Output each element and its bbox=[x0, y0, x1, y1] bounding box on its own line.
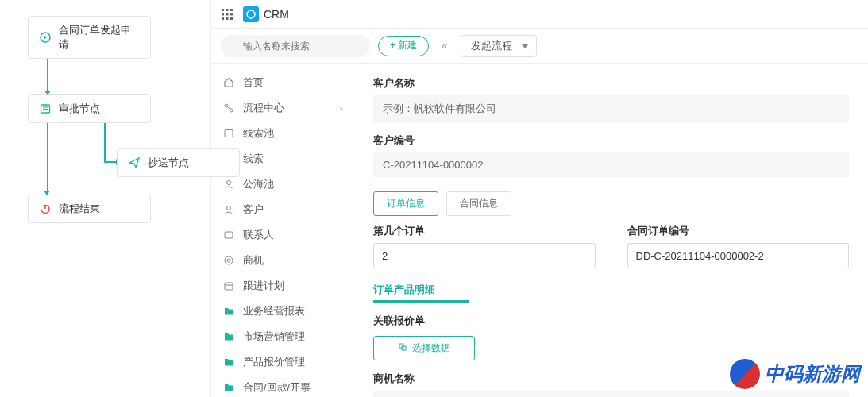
flow-node-cc[interactable]: 抄送节点 bbox=[117, 148, 240, 177]
chevron-right-icon: › bbox=[340, 102, 343, 114]
order-code-input[interactable] bbox=[627, 243, 850, 268]
tab-contract-info[interactable]: 合同信息 bbox=[446, 191, 511, 216]
select-data-button[interactable]: 选择数据 bbox=[373, 336, 475, 360]
nav-flow-center[interactable]: 流程中心› bbox=[211, 95, 354, 121]
tabs: 订单信息 合同信息 bbox=[373, 191, 849, 216]
folder-icon bbox=[222, 330, 235, 343]
flow-node-end[interactable]: 流程结束 bbox=[28, 195, 151, 223]
svg-rect-12 bbox=[222, 17, 224, 20]
new-button[interactable]: + 新建 bbox=[378, 36, 429, 56]
play-icon bbox=[38, 30, 52, 44]
link-icon bbox=[398, 342, 407, 354]
svg-rect-21 bbox=[225, 130, 233, 137]
flow-node-label: 流程结束 bbox=[59, 202, 100, 216]
nav-customer[interactable]: 客户 bbox=[211, 197, 354, 222]
svg-line-20 bbox=[228, 107, 230, 110]
user-icon bbox=[222, 203, 235, 216]
folder-icon bbox=[222, 356, 235, 368]
svg-point-27 bbox=[225, 256, 233, 264]
order-seq-label: 第几个订单 bbox=[373, 224, 596, 238]
send-icon bbox=[127, 156, 141, 170]
nav-biz-report[interactable]: 业务经营报表 bbox=[211, 299, 354, 324]
users-icon bbox=[222, 178, 235, 191]
opp-name-label: 商机名称 bbox=[373, 372, 849, 386]
header: CRM bbox=[211, 0, 868, 29]
target-icon bbox=[222, 254, 235, 267]
nav-marketing[interactable]: 市场营销管理 bbox=[211, 324, 354, 349]
flow-node-label: 审批节点 bbox=[59, 102, 100, 116]
svg-rect-7 bbox=[226, 9, 229, 11]
nav-contact[interactable]: 联系人 bbox=[211, 222, 354, 248]
flow-dropdown-label: 发起流程 bbox=[471, 39, 512, 53]
customer-name-label: 客户名称 bbox=[373, 76, 849, 91]
crm-logo-icon bbox=[243, 6, 259, 22]
workflow-panel: 合同订单发起申请 审批节点 抄送节点 流程结束 bbox=[0, 0, 210, 397]
svg-rect-26 bbox=[225, 232, 233, 238]
svg-point-18 bbox=[225, 104, 228, 107]
flow-dropdown[interactable]: 发起流程 bbox=[461, 35, 537, 57]
svg-rect-11 bbox=[230, 13, 233, 15]
svg-rect-13 bbox=[226, 17, 229, 20]
card-icon bbox=[222, 229, 235, 241]
svg-rect-10 bbox=[226, 13, 229, 15]
svg-point-19 bbox=[230, 109, 233, 112]
flow-node-approve[interactable]: 审批节点 bbox=[28, 94, 151, 123]
svg-point-24 bbox=[227, 181, 231, 185]
folder-icon bbox=[222, 305, 235, 318]
nav-home[interactable]: 首页 bbox=[211, 70, 354, 95]
nav-contract-group[interactable]: 合同/回款/开票 bbox=[211, 375, 354, 397]
toolbar: + 新建 « 发起流程 bbox=[211, 29, 868, 64]
apps-grid-icon[interactable] bbox=[221, 8, 233, 21]
svg-rect-14 bbox=[230, 17, 233, 20]
customer-code-value: C-20211104-0000002 bbox=[373, 152, 849, 177]
power-icon bbox=[38, 202, 52, 216]
svg-point-28 bbox=[227, 259, 230, 262]
main-area: CRM + 新建 « 发起流程 首页 流程中心› 线索池 线索 公海池 客户 联… bbox=[210, 0, 868, 397]
opp-name-value: 示例：帆软设备采购1期 bbox=[373, 391, 849, 397]
customer-name-value: 示例：帆软软件有限公司 bbox=[373, 95, 849, 122]
related-quote-label: 关联报价单 bbox=[373, 314, 849, 328]
search-input[interactable] bbox=[221, 35, 370, 57]
form-area: 客户名称 示例：帆软软件有限公司 客户编号 C-20211104-0000002… bbox=[354, 64, 868, 397]
flow-node-start[interactable]: 合同订单发起申请 bbox=[28, 16, 151, 59]
nav-follow-plan[interactable]: 跟进计划 bbox=[211, 273, 354, 299]
svg-rect-29 bbox=[225, 283, 233, 290]
customer-code-label: 客户编号 bbox=[373, 133, 849, 148]
layers-icon bbox=[222, 127, 235, 140]
list-icon bbox=[38, 102, 52, 116]
nav-opportunity[interactable]: 商机 bbox=[211, 248, 354, 273]
folder-open-icon bbox=[222, 381, 235, 394]
collapse-left-icon[interactable]: « bbox=[437, 40, 452, 52]
flow-node-label: 抄送节点 bbox=[148, 156, 189, 170]
order-code-label: 合同订单编号 bbox=[627, 224, 850, 238]
order-seq-input[interactable] bbox=[373, 243, 596, 268]
nav-quote-mgmt[interactable]: 产品报价管理 bbox=[211, 349, 354, 375]
svg-rect-6 bbox=[222, 9, 224, 11]
product-detail-title: 订单产品明细 bbox=[373, 283, 849, 297]
svg-point-25 bbox=[227, 206, 231, 210]
sidebar-nav: 首页 流程中心› 线索池 线索 公海池 客户 联系人 商机 跟进计划 业务经营报… bbox=[211, 64, 354, 397]
svg-point-15 bbox=[247, 10, 255, 18]
nav-clue-pool[interactable]: 线索池 bbox=[211, 121, 354, 146]
svg-rect-9 bbox=[222, 13, 224, 15]
app-title: CRM bbox=[264, 8, 289, 21]
flow-icon bbox=[222, 102, 235, 114]
tab-order-info[interactable]: 订单信息 bbox=[373, 191, 438, 216]
home-icon bbox=[222, 76, 235, 89]
flow-node-label: 合同订单发起申请 bbox=[59, 23, 141, 52]
calendar-icon bbox=[222, 279, 235, 292]
svg-rect-8 bbox=[230, 9, 233, 11]
